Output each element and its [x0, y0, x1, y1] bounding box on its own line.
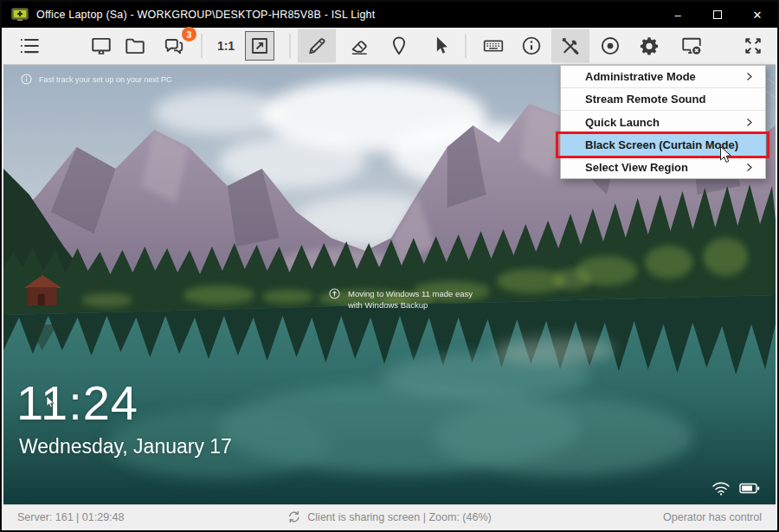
close-button[interactable]: ✕: [737, 2, 777, 28]
tools-dropdown-menu: Administrative Mode Stream Remote Sound …: [560, 65, 766, 179]
lock-tip-top-text: Fast track your set up on your next PC: [39, 75, 172, 84]
keyboard-button[interactable]: [476, 29, 511, 62]
toolbar-separator: [466, 34, 467, 58]
status-center: Client is sharing screen | Zoom: (46%): [287, 510, 491, 523]
toolbar-separator: [290, 34, 291, 58]
info-icon: [520, 35, 543, 57]
gear-icon: [638, 35, 660, 57]
minimize-button[interactable]: –: [658, 2, 698, 28]
maximize-icon: [713, 10, 722, 19]
file-transfer-button[interactable]: [118, 29, 152, 62]
scale-1to1-label: 1:1: [217, 39, 235, 53]
chat-unread-badge: 3: [182, 27, 196, 42]
fullscreen-button[interactable]: [736, 29, 770, 62]
tools-icon: [559, 35, 582, 57]
menu-item-label: Select View Region: [585, 161, 688, 174]
status-bar: Server: 161 | 01:29:48 Client is sharing…: [3, 504, 776, 529]
isl-light-app-icon: [11, 8, 29, 22]
app-window: Office Laptop (Sa) - WORKGROUP\DESKTOP-H…: [0, 0, 779, 532]
remote-cursor: [46, 395, 56, 409]
fit-to-screen-icon: [249, 35, 270, 56]
laser-pointer-button[interactable]: [382, 29, 416, 62]
record-button[interactable]: [593, 29, 628, 62]
toolbar-separator: [202, 34, 203, 58]
menu-item-select-view-region[interactable]: Select View Region: [561, 156, 765, 178]
desktop-view-button[interactable]: [84, 29, 119, 62]
eraser-icon: [348, 35, 370, 57]
sync-icon: [287, 510, 300, 523]
lock-tip-center: Moving to Windows 11 made easy with Wind…: [329, 288, 473, 311]
monitor-icon: [90, 35, 113, 57]
session-list-icon: [18, 35, 41, 57]
info-button[interactable]: [514, 29, 549, 62]
windows-backup-icon: [329, 288, 340, 299]
laser-pointer-icon: [388, 35, 410, 57]
keyboard-icon: [482, 35, 505, 57]
submenu-chevron-icon: [744, 163, 754, 172]
menu-item-label: Black Screen (Curtain Mode): [585, 138, 738, 151]
fullscreen-expand-icon: [742, 35, 764, 57]
pointer-icon: [429, 35, 452, 57]
status-control-text: Operator has control: [663, 511, 762, 523]
settings-button[interactable]: [632, 29, 666, 62]
lock-clock-date: Wednesday, January 17: [19, 435, 232, 458]
lock-tip-top: Fast track your set up on your next PC: [21, 74, 172, 85]
maximize-button[interactable]: [698, 2, 737, 28]
draw-button[interactable]: [298, 29, 336, 63]
menu-item-label: Stream Remote Sound: [585, 93, 705, 106]
chat-icon: [163, 35, 185, 57]
menu-item-label: Administrative Mode: [585, 70, 696, 83]
menu-item-black-screen-curtain-mode[interactable]: Black Screen (Curtain Mode): [561, 133, 765, 156]
folder-icon: [124, 35, 146, 57]
menu-item-stream-remote-sound[interactable]: Stream Remote Sound: [561, 88, 765, 111]
window-title: Office Laptop (Sa) - WORKGROUP\DESKTOP-H…: [36, 9, 375, 21]
eraser-button[interactable]: [342, 29, 377, 62]
menu-item-quick-launch[interactable]: Quick Launch: [561, 111, 765, 133]
tools-button[interactable]: [551, 29, 589, 63]
pointer-button[interactable]: [423, 29, 458, 62]
menu-item-administrative-mode[interactable]: Administrative Mode: [561, 66, 765, 88]
lock-tip-center-line2: with Windows Backup: [348, 299, 473, 311]
close-icon: ✕: [753, 9, 763, 22]
menu-item-label: Quick Launch: [585, 116, 660, 129]
chat-button[interactable]: 3: [157, 29, 191, 62]
monitor-disable-icon: [680, 35, 703, 57]
disable-remote-screen-button[interactable]: [674, 29, 709, 62]
info-circle-icon: [21, 74, 32, 85]
lock-status-icons: [711, 481, 760, 496]
minimize-icon: –: [674, 9, 680, 22]
battery-icon: [739, 483, 760, 494]
toolbar: 3 1:1: [3, 28, 776, 65]
wifi-icon: [711, 481, 731, 496]
mouse-cursor: [719, 145, 734, 166]
session-list-button[interactable]: [12, 29, 47, 62]
status-server-info: Server: 161 | 01:29:48: [17, 511, 124, 523]
status-sharing-text: Client is sharing screen | Zoom: (46%): [307, 511, 491, 523]
record-icon: [599, 35, 621, 57]
submenu-chevron-icon: [744, 118, 754, 127]
lock-tip-center-line1: Moving to Windows 11 made easy: [348, 288, 473, 299]
titlebar: Office Laptop (Sa) - WORKGROUP\DESKTOP-H…: [2, 2, 777, 28]
fit-to-screen-button[interactable]: [245, 31, 274, 61]
scale-1to1-button[interactable]: 1:1: [209, 29, 243, 62]
lock-clock-time: 11:24: [16, 375, 138, 431]
submenu-chevron-icon: [744, 72, 754, 81]
pencil-icon: [306, 35, 328, 57]
